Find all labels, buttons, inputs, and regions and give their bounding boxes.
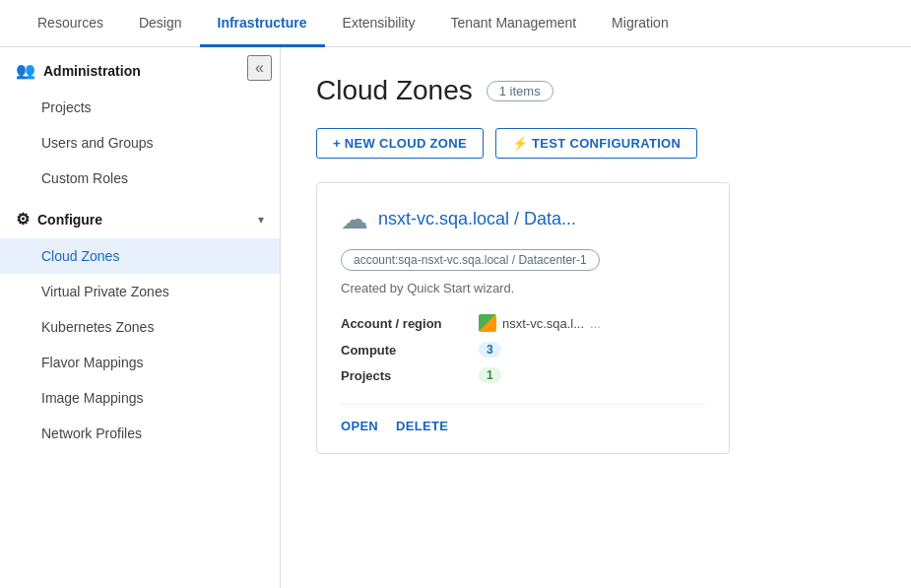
items-badge: 1 items [487,81,553,101]
nav-item-migration[interactable]: Migration [594,1,686,47]
nav-item-tenant-management[interactable]: Tenant Management [432,1,594,47]
page-title: Cloud Zones [316,75,473,106]
compute-value: 3 [479,342,501,358]
sidebar-collapse-button[interactable]: « [247,55,272,81]
nav-item-extensibility[interactable]: Extensibility [325,1,433,47]
sidebar-section-administration[interactable]: 👥 Administration ▾ [0,47,280,90]
account-value: nsxt-vc.sqa.l... ... [479,314,601,332]
delete-button[interactable]: DELETE [396,419,448,433]
projects-label: Projects [341,368,479,383]
sidebar: « 👥 Administration ▾ ProjectsUsers and G… [0,47,281,588]
sidebar-item-virtual-private-zones[interactable]: Virtual Private Zones [0,274,280,309]
configure-section-title: Configure [37,212,102,228]
administration-section-title: Administration [43,63,141,79]
sidebar-item-cloud-zones[interactable]: Cloud Zones [0,238,280,274]
administration-section-icon: 👥 [16,61,35,80]
sidebar-item-image-mappings[interactable]: Image Mappings [0,380,280,416]
compute-label: Compute [341,343,479,358]
vcenter-icon [479,314,496,332]
configure-chevron-icon: ▾ [258,213,264,227]
cloud-icon: ☁ [341,203,368,235]
top-nav: ResourcesDesignInfrastructureExtensibili… [0,0,911,47]
card-description: Created by Quick Start wizard. [341,281,705,295]
nav-item-design[interactable]: Design [121,1,200,47]
test-configuration-button[interactable]: ⚡ TEST CONFIGURATION [495,128,697,159]
sidebar-item-projects[interactable]: Projects [0,90,280,125]
account-label: Account / region [341,316,479,331]
new-cloud-zone-button[interactable]: + NEW CLOUD ZONE [316,128,484,159]
main-content: Cloud Zones 1 items + NEW CLOUD ZONE ⚡ T… [281,47,911,588]
card-title[interactable]: nsxt-vc.sqa.local / Data... [378,209,576,229]
nav-item-resources[interactable]: Resources [20,1,121,47]
nav-item-infrastructure[interactable]: Infrastructure [200,1,325,47]
configure-section-icon: ⚙ [16,210,30,229]
projects-value: 1 [479,367,501,383]
card-actions: OPEN DELETE [341,419,705,433]
sidebar-item-flavor-mappings[interactable]: Flavor Mappings [0,345,280,380]
sidebar-item-network-profiles[interactable]: Network Profiles [0,416,280,451]
sidebar-section-configure[interactable]: ⚙ Configure ▾ [0,196,280,238]
sidebar-item-users-and-groups[interactable]: Users and Groups [0,125,280,161]
card-tag: account:sqa-nsxt-vc.sqa.local / Datacent… [341,249,600,271]
cloud-zone-card: ☁ nsxt-vc.sqa.local / Data... account:sq… [316,182,730,454]
open-button[interactable]: OPEN [341,419,378,433]
sidebar-item-custom-roles[interactable]: Custom Roles [0,161,280,196]
sidebar-item-kubernetes-zones[interactable]: Kubernetes Zones [0,309,280,345]
card-details: Account / region nsxt-vc.sqa.l... ... Co… [341,309,705,388]
action-bar: + NEW CLOUD ZONE ⚡ TEST CONFIGURATION [316,128,876,159]
